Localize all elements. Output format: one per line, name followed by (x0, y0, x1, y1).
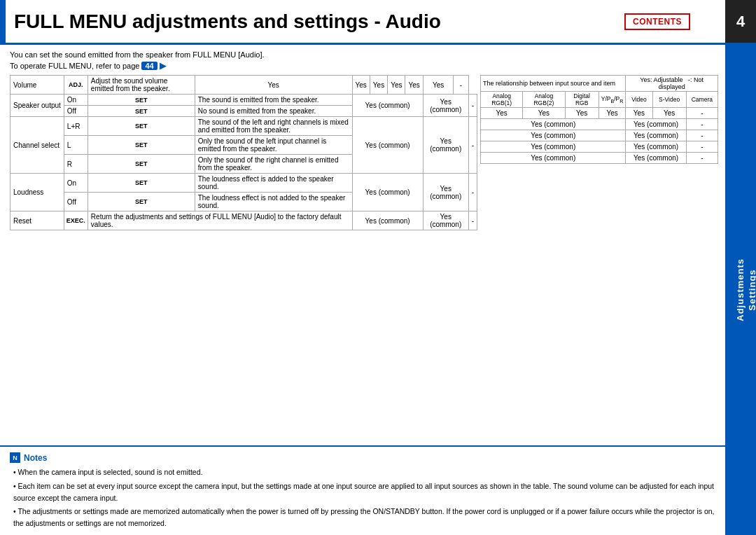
yes-loudness-col1: Yes (common) (352, 174, 423, 211)
sub-channel-r-label: R (64, 155, 88, 174)
intro-line2: To operate FULL MENU, refer to page 44 ▶ (10, 60, 718, 71)
desc-channel-lr: The sound of the left and right channels… (195, 117, 352, 136)
sub-channel-lr-label: L+R (64, 117, 88, 136)
yes-speaker-col1: Yes (common) (352, 95, 423, 117)
dash-volume: - (454, 76, 468, 95)
desc-reset: Return the adjustments and settings of F… (88, 211, 352, 230)
sub-speaker-on-label: On (64, 95, 88, 106)
dash-speaker: - (468, 95, 477, 117)
sidebar: AdjustmentsSettings (725, 45, 756, 535)
desc-speaker-on: The sound is emitted from the speaker. (195, 95, 352, 106)
note-item-2: • Each item can be set at every input so… (13, 480, 715, 504)
yes-volume-5: Yes (405, 76, 423, 95)
desc-loudness-on: The loudness effect is added to the spea… (195, 174, 352, 193)
desc-channel-r: Only the sound of the right channel is e… (195, 155, 352, 174)
notes-list: • When the camera input is selected, sou… (10, 466, 715, 529)
desc-loudness-off: The loudness effect is not added to the … (195, 193, 352, 211)
desc-channel-l: Only the sound of the left input channel… (195, 136, 352, 155)
notes-header: N Notes (10, 452, 715, 463)
sub-loudness-off-label: Off (64, 193, 88, 211)
ref-table: The relationship between input source an… (480, 75, 718, 164)
item-loudness: Loudness (10, 174, 64, 211)
sidebar-label: AdjustmentsSettings (723, 258, 756, 321)
tag-volume: ADJ. (64, 76, 88, 95)
yes-volume-3: Yes (370, 76, 387, 95)
yes-volume-1: Yes (195, 76, 352, 95)
yes-volume-6: Yes (423, 76, 454, 95)
intro-line1: You can set the sound emitted from the s… (10, 50, 718, 59)
sub-speaker-off-label: Off (64, 106, 88, 117)
sub-loudness-on-label: On (64, 174, 88, 193)
notes-section: N Notes • When the camera input is selec… (0, 445, 725, 535)
yes-reset-col2: Yes (common) (423, 211, 468, 230)
yes-volume-4: Yes (388, 76, 405, 95)
item-reset: Reset (10, 211, 64, 230)
settings-table: Volume ADJ. Adjust the sound volume emit… (10, 75, 477, 230)
tag-speaker-off: SET (88, 106, 195, 117)
item-speaker-output: Speaker output (10, 95, 64, 117)
yes-reset-col1: Yes (common) (352, 211, 423, 230)
tag-channel-lr: SET (88, 117, 195, 136)
item-channel-select: Channel select (10, 117, 64, 174)
header-blue-bar (0, 0, 6, 43)
tag-speaker-on: SET (88, 95, 195, 106)
desc-volume: Adjust the sound volume emitted from the… (88, 76, 195, 95)
notes-icon: N (10, 452, 20, 463)
tag-channel-l: SET (88, 136, 195, 155)
yes-channel-col1: Yes (common) (352, 117, 423, 174)
yes-speaker-col2: Yes (common) (423, 95, 468, 117)
note-item-1: • When the camera input is selected, sou… (13, 466, 715, 478)
page-title: FULL MENU adjustments and settings - Aud… (14, 11, 441, 33)
tag-reset: EXEC. (64, 211, 88, 230)
dash-channel: - (468, 117, 477, 174)
yes-loudness-col2: Yes (common) (423, 174, 468, 211)
note-item-3: • The adjustments or settings made are m… (13, 506, 715, 529)
page-number: 4 (725, 0, 756, 43)
yes-channel-col2: Yes (common) (423, 117, 468, 174)
tag-loudness-on: SET (88, 174, 195, 193)
tag-channel-r: SET (88, 155, 195, 174)
contents-button[interactable]: CONTENTS (624, 13, 690, 30)
desc-speaker-off: No sound is emitted from the speaker. (195, 106, 352, 117)
dash-loudness: - (468, 174, 477, 211)
sub-channel-l-label: L (64, 136, 88, 155)
tag-loudness-off: SET (88, 193, 195, 211)
item-volume: Volume (10, 76, 64, 95)
yes-volume-2: Yes (352, 76, 370, 95)
dash-reset: - (468, 211, 477, 230)
